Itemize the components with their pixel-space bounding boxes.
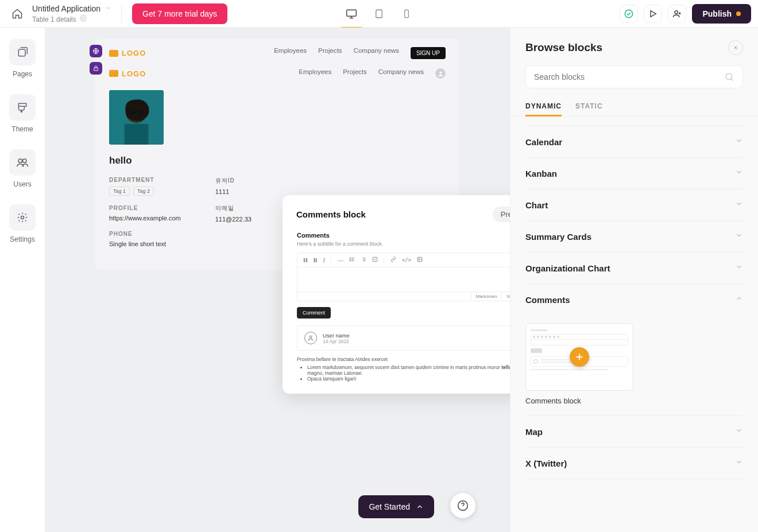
help-button[interactable] (450, 493, 475, 518)
tab-dynamic[interactable]: DYNAMIC (525, 96, 562, 116)
logo-mark-icon-2 (109, 70, 118, 77)
get-started-button[interactable]: Get Started (358, 495, 434, 518)
svg-point-18 (350, 258, 350, 258)
svg-point-12 (439, 71, 442, 73)
tag-1[interactable]: Tag 1 (109, 187, 130, 196)
chevron-up-icon (416, 503, 424, 511)
get-started-label: Get Started (369, 502, 410, 511)
search-icon (724, 72, 734, 82)
category-org[interactable]: Organizational Chart (525, 253, 743, 284)
chevron-down-icon (735, 426, 743, 437)
comment-avatar (304, 332, 317, 344)
phone-label: PHONE (109, 231, 181, 237)
rail-pages[interactable]: Pages (9, 39, 36, 78)
mini-heading: Comments (531, 328, 628, 332)
comment-body-lead: Proxima bellare te tractata Atrides exer… (297, 356, 510, 362)
play-icon (648, 9, 658, 18)
category-twitter[interactable]: X (Twitter) (525, 448, 743, 479)
add-block-button[interactable] (570, 347, 589, 367)
svg-rect-2 (376, 10, 382, 18)
app-subtitle[interactable]: Table 1 details (32, 15, 76, 24)
comment-editor[interactable]: H B I | — | </> Ma (297, 253, 510, 301)
category-calendar[interactable]: Calendar (525, 126, 743, 158)
device-desktop[interactable] (345, 7, 358, 21)
comment-card: User name 14 Apr 2022 (297, 325, 510, 351)
chevron-down-icon (735, 263, 743, 273)
chevron-down-icon (735, 168, 743, 178)
svg-point-5 (675, 10, 678, 13)
panel-title: Browse blocks (525, 41, 602, 54)
svg-rect-11 (94, 68, 98, 71)
comments-block-card[interactable]: Comments (525, 323, 633, 391)
tablet-icon (374, 9, 384, 19)
svg-rect-17 (125, 124, 149, 145)
category-chart[interactable]: Chart (525, 189, 743, 221)
block-handle-1[interactable] (90, 45, 102, 57)
tb-image-icon[interactable] (417, 257, 423, 263)
user-avatar[interactable] (435, 68, 446, 79)
profile-photo[interactable] (109, 90, 164, 145)
site-nav-2: LOGO Employees Projects Company news (95, 67, 459, 87)
userid-value: 1111 (215, 188, 252, 195)
comment-submit-button[interactable]: Comment (297, 307, 331, 319)
nav2-projects[interactable]: Projects (343, 68, 367, 79)
svg-rect-6 (18, 49, 25, 56)
block-handle-2[interactable] (90, 62, 102, 75)
left-rail: Pages Theme Users Settings (0, 28, 45, 532)
nav-employees[interactable]: Employees (274, 47, 307, 59)
signup-button[interactable]: SIGN UP (411, 47, 446, 59)
editor-tab-wysiwyg[interactable]: WYSIWYG (501, 292, 510, 301)
email-label: 이메일 (215, 204, 252, 212)
email-value: 111@222.33 (215, 216, 252, 223)
search-input[interactable] (534, 72, 724, 81)
rail-theme-label: Theme (11, 125, 33, 133)
device-mobile[interactable] (400, 7, 413, 21)
tb-bold[interactable]: B (314, 257, 318, 263)
tab-static[interactable]: STATIC (575, 96, 603, 116)
tb-dash[interactable]: — (338, 257, 343, 263)
tag-2[interactable]: Tag 2 (133, 187, 154, 196)
nav2-news[interactable]: Company news (378, 68, 424, 79)
gear-icon[interactable] (80, 15, 87, 24)
rail-users[interactable]: Users (9, 149, 36, 188)
preview-run-button[interactable] (644, 5, 662, 23)
app-name[interactable]: Untitled Application (32, 4, 100, 13)
search-box[interactable] (525, 65, 743, 88)
tb-ol-icon[interactable] (361, 257, 366, 263)
home-button[interactable] (7, 3, 28, 24)
category-comments[interactable]: Comments (525, 284, 743, 315)
svg-point-26 (726, 73, 732, 80)
smartphone-icon (402, 9, 411, 19)
app-name-chevron-icon[interactable] (105, 3, 112, 14)
preview-button[interactable]: Preview (493, 207, 510, 222)
tb-heading[interactable]: H (303, 257, 308, 263)
logo-2[interactable]: LOGO (109, 69, 146, 78)
rail-settings[interactable]: Settings (9, 204, 36, 243)
svg-point-8 (22, 159, 26, 162)
tb-link-icon[interactable] (390, 257, 396, 263)
logo[interactable]: LOGO (109, 49, 146, 57)
publish-button[interactable]: Publish (692, 4, 751, 24)
category-map[interactable]: Map (525, 416, 743, 448)
nav2-employees[interactable]: Employees (299, 68, 331, 79)
editor-tab-markdown[interactable]: Markdown (471, 292, 502, 301)
close-panel-button[interactable] (728, 40, 743, 55)
tb-italic[interactable]: I (323, 257, 324, 263)
publish-status-dot-icon (736, 11, 741, 16)
nav-projects[interactable]: Projects (318, 47, 342, 59)
device-tablet[interactable] (372, 7, 386, 21)
category-kanban[interactable]: Kanban (525, 158, 743, 189)
tb-code[interactable]: </> (402, 257, 411, 263)
tb-ul-icon[interactable] (349, 257, 355, 263)
category-summary[interactable]: Summary Cards (525, 221, 743, 253)
chevron-down-icon (735, 137, 743, 147)
status-ok-button[interactable] (620, 5, 638, 23)
svg-point-15 (130, 109, 136, 115)
nav-news[interactable]: Company news (354, 47, 399, 59)
trial-button[interactable]: Get 7 more trial days (132, 3, 227, 24)
tb-check-icon[interactable] (372, 257, 378, 263)
rail-theme[interactable]: Theme (9, 94, 36, 133)
invite-user-button[interactable] (668, 5, 686, 23)
svg-point-0 (82, 18, 84, 20)
block-preview-popover: Comments block Preview Comments Here's a… (283, 195, 510, 394)
